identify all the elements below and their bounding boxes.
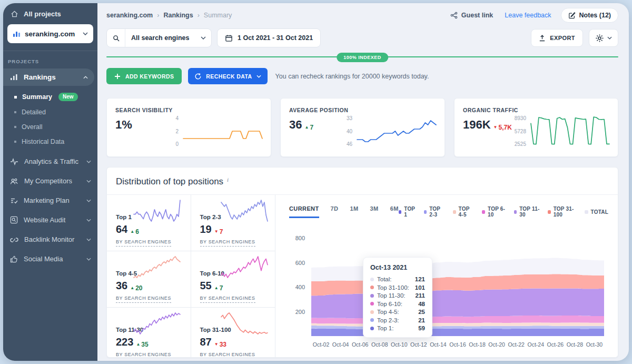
- legend-item-top-6-10[interactable]: TOP 6-10: [482, 206, 506, 218]
- tooltip-value: 101: [415, 284, 425, 291]
- tab-current[interactable]: CURRENT: [289, 205, 319, 218]
- sidebar-subitem-detailed[interactable]: Detailed: [3, 105, 97, 120]
- sidebar-item-website-audit[interactable]: Website Audit: [3, 211, 97, 229]
- bullet-icon: [14, 96, 17, 99]
- sidebar-subitem-summary[interactable]: SummaryNew: [3, 89, 97, 105]
- search-engine-value: All search engines: [125, 34, 201, 42]
- legend-item-top-1[interactable]: TOP 1: [399, 206, 417, 218]
- breadcrumb-item[interactable]: Summary: [204, 12, 232, 19]
- position-number: 87: [200, 336, 212, 348]
- legend-swatch: [482, 210, 485, 214]
- down-triangle-icon: ▼: [214, 342, 219, 347]
- tooltip-label: Top 11-30:: [377, 292, 412, 299]
- by-search-engines-link[interactable]: BY SEARCH ENGINES: [116, 296, 171, 303]
- plan-icon: [10, 197, 18, 204]
- x-axis-label: Oct-12: [410, 341, 427, 348]
- position-number: 36: [116, 280, 127, 292]
- actions-row: ADD KEYWORDS RECHECK DATA You can rechec…: [106, 68, 618, 84]
- legend-label: TOP 2-3: [429, 206, 446, 218]
- guest-link[interactable]: Guest link: [450, 12, 493, 19]
- sidebar-subitem-historical-data[interactable]: Historical Data: [3, 134, 97, 149]
- notes-label: Notes (12): [579, 12, 611, 19]
- position-sparkline: [133, 312, 181, 335]
- chevron-down-icon: [86, 160, 91, 163]
- y-axis-label: 200: [289, 309, 305, 315]
- tooltip-value: 211: [415, 292, 425, 299]
- area-chart-svg: [311, 228, 604, 336]
- position-sparkline: [133, 255, 181, 279]
- tooltip-row: Top 1:59: [370, 325, 425, 331]
- axis-tick: 8930: [514, 115, 526, 121]
- position-card-top-31-100: Top 31-10087▼33BY SEARCH ENGINES: [191, 308, 275, 358]
- metric-number: 196K: [463, 118, 491, 132]
- metric-left: ORGANIC TRAFFIC196K▼5,7K: [463, 107, 514, 151]
- sidebar-item-label: Website Audit: [24, 216, 81, 224]
- projects-section-label: PROJECTS: [3, 51, 97, 68]
- metric-axis-ticks: 420: [166, 115, 182, 147]
- position-number: 64: [116, 223, 127, 235]
- metric-delta-value: 5,7K: [499, 124, 512, 131]
- date-range-value: 1 Oct 2021 - 31 Oct 2021: [238, 34, 313, 42]
- metric-delta: ▲7: [304, 124, 313, 131]
- by-search-engines-link[interactable]: BY SEARCH ENGINES: [116, 352, 171, 358]
- axis-tick: 0: [166, 141, 179, 147]
- sidebar-item-my-competitors[interactable]: My Competitors: [3, 172, 97, 190]
- export-button[interactable]: EXPORT: [531, 29, 583, 47]
- by-search-engines-link[interactable]: BY SEARCH ENGINES: [200, 239, 255, 247]
- position-delta-value: 33: [220, 341, 226, 348]
- sidebar-item-analytics-traffic[interactable]: Analytics & Traffic: [3, 152, 97, 171]
- x-axis-label: Oct-04: [332, 341, 349, 348]
- recheck-data-button[interactable]: RECHECK DATA: [188, 68, 267, 84]
- up-triangle-icon: ▲: [214, 286, 219, 290]
- notes-button[interactable]: Notes (12): [561, 8, 618, 23]
- legend-item-top-2-3[interactable]: TOP 2-3: [424, 206, 446, 218]
- metric-card-average-position: AVERAGE POSITION36▲7334046: [280, 98, 445, 157]
- up-triangle-icon: ▲: [130, 229, 134, 234]
- project-selector[interactable]: seranking.com: [7, 24, 93, 43]
- tooltip-date: Oct-13 2021: [370, 264, 425, 271]
- position-number: 223: [116, 336, 133, 348]
- tooltip-row: Top 6-10:48: [370, 301, 425, 307]
- all-projects-link[interactable]: All projects: [3, 3, 97, 23]
- x-axis-label: Oct-18: [469, 341, 486, 348]
- chevron-down-icon: [86, 219, 91, 222]
- leave-feedback-link[interactable]: Leave feedback: [505, 12, 551, 19]
- tab-3m[interactable]: 3M: [370, 205, 379, 218]
- axis-tick: 40: [340, 129, 352, 134]
- tooltip-row: Top 11-30:211: [370, 292, 425, 299]
- breadcrumb-item[interactable]: Rankings: [163, 12, 193, 19]
- search-engine-select[interactable]: All search engines: [106, 28, 212, 47]
- sidebar-item-rankings[interactable]: Rankings: [3, 68, 94, 86]
- area-band-top-1: [311, 329, 604, 336]
- metric-number: 1%: [115, 118, 132, 132]
- by-search-engines-link[interactable]: BY SEARCH ENGINES: [200, 296, 255, 303]
- legend-item-total[interactable]: TOTAL: [585, 209, 608, 215]
- tab-6m[interactable]: 6M: [390, 205, 399, 218]
- tab-7d[interactable]: 7D: [331, 205, 339, 218]
- sidebar: All projects seranking.com PROJECTS Rank…: [3, 3, 97, 361]
- tab-1m[interactable]: 1M: [350, 205, 358, 218]
- info-icon[interactable]: i: [227, 176, 229, 183]
- legend-item-top-4-5[interactable]: TOP 4-5: [453, 206, 475, 218]
- position-card-top-2-3: Top 2-319▼7BY SEARCH ENGINES: [191, 195, 275, 251]
- by-search-engines-link[interactable]: BY SEARCH ENGINES: [200, 352, 255, 358]
- legend-item-top-11-30[interactable]: TOP 11-30: [514, 206, 540, 218]
- up-triangle-icon: ▲: [304, 125, 309, 130]
- settings-button[interactable]: [589, 29, 618, 47]
- sidebar-item-marketing-plan[interactable]: Marketing Plan: [3, 191, 97, 210]
- bullet-icon: [14, 141, 16, 143]
- sidebar-item-backlink-monitor[interactable]: Backlink Monitor: [3, 230, 97, 249]
- sidebar-subitem-overall[interactable]: Overall: [3, 120, 97, 134]
- metric-sparkline: [182, 115, 263, 147]
- audit-icon: [10, 216, 18, 224]
- breadcrumb-item[interactable]: seranking.com: [106, 12, 153, 19]
- add-keywords-button[interactable]: ADD KEYWORDS: [106, 68, 182, 84]
- chart-tooltip: Oct-13 2021 Total:121Top 31-100:101Top 1…: [363, 257, 432, 338]
- sidebar-item-social-media[interactable]: Social Media: [3, 250, 97, 268]
- position-sparkline: [133, 199, 181, 222]
- legend-item-top-31-100[interactable]: TOP 31-100: [548, 206, 577, 218]
- by-search-engines-link[interactable]: BY SEARCH ENGINES: [116, 239, 171, 247]
- add-keywords-label: ADD KEYWORDS: [125, 73, 174, 80]
- date-range-picker[interactable]: 1 Oct 2021 - 31 Oct 2021: [217, 28, 321, 47]
- indexed-badge: 100% INDEXED: [337, 53, 388, 62]
